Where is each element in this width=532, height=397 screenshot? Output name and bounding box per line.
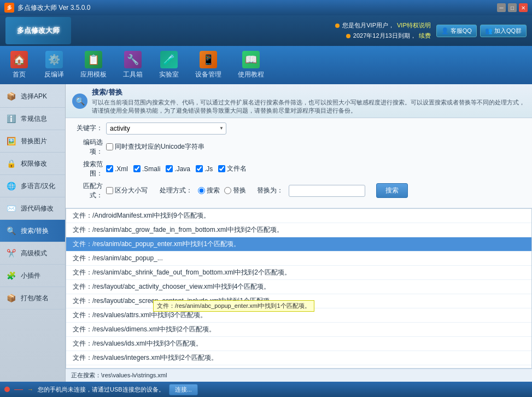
nav-lab[interactable]: 🧪 实验室 — [151, 48, 186, 83]
scope-java-checkbox[interactable] — [166, 165, 173, 172]
scope-js-checkbox[interactable] — [196, 165, 203, 172]
qq-group-button[interactable]: 👥 加入QQ群 — [480, 25, 527, 37]
process-replace-radio[interactable] — [224, 187, 231, 194]
result-item[interactable]: 文件：/res/values/dimens.xml中找到2个匹配项。 — [66, 323, 531, 337]
scope-filename[interactable]: 文件名 — [218, 164, 247, 173]
scope-xml-checkbox[interactable] — [106, 165, 113, 172]
sidebar-item-source[interactable]: ✉️ 源代码修改 — [0, 197, 65, 220]
qq-service-button[interactable]: 👤 客服QQ — [436, 25, 477, 37]
source-icon: ✉️ — [4, 202, 17, 215]
maximize-button[interactable]: □ — [508, 3, 517, 12]
apk-icon: 📦 — [4, 90, 17, 103]
replace-input[interactable] — [289, 185, 365, 197]
content-header: 🔍 搜索/替换 可以在当前项目范围内搜索文件、代码，可以通过文件扩展名进行搜索条… — [66, 84, 532, 118]
nav-template-label: 应用模板 — [80, 70, 107, 79]
sidebar-info-label: 常规信息 — [21, 114, 47, 124]
search-form: 关键字： activity 编码选项： 同时查找对应的Unicode字符串 搜索… — [66, 118, 532, 208]
scope-java[interactable]: .Java — [166, 164, 190, 173]
info-bar: 多点修改大师 您是包月VIP用户， VIP特权说明 2027年12月13日到期，… — [0, 15, 532, 46]
tutorial-icon: 📖 — [242, 51, 260, 68]
scope-row: 搜索范围： .Xml .Smali .Java .Js 文件名 — [72, 160, 525, 178]
sidebar-apk-label: 选择APK — [21, 92, 47, 101]
sidebar-item-advanced[interactable]: ✂️ 高级模式 — [0, 242, 65, 265]
search-button[interactable]: 搜索 — [376, 183, 408, 198]
status-message: 您的手机尚未连接，请通过USB连接您的设备。 — [38, 386, 165, 394]
result-item[interactable]: 文件：/res/layout/abc_activity_chooser_view… — [66, 280, 531, 294]
encoding-checkbox[interactable] — [106, 143, 113, 150]
qq-group-icon: 👥 — [485, 27, 493, 34]
home-icon: 🏠 — [10, 51, 28, 68]
keyword-row: 关键字： activity — [72, 122, 525, 135]
process-search-text: 搜索 — [207, 186, 220, 195]
window-controls: ─ □ ✕ — [497, 3, 528, 12]
result-item[interactable]: 文件：/res/anim/abc_grow_fade_in_from_botto… — [66, 223, 531, 237]
results-wrapper: 文件：/AndroidManifest.xml中找到9个匹配项。文件：/res/… — [66, 208, 532, 382]
title-bar: 多 多点修改大师 Ver 3.5.0.0 ─ □ ✕ — [0, 0, 532, 15]
process-radio-group: 搜索 替换 — [198, 186, 246, 195]
scope-js[interactable]: .Js — [196, 164, 213, 173]
result-item[interactable]: 文件：/res/values/integers.xml中找到2个匹配项。 — [66, 351, 531, 365]
nav-template[interactable]: 📋 应用模板 — [73, 48, 114, 83]
case-sensitive-label[interactable]: 区分大小写 — [106, 186, 148, 195]
status-label: 正在搜索：\res\values-lv\strings.xml — [71, 372, 167, 378]
vip-text: 您是包月VIP用户， — [342, 21, 394, 30]
sidebar-item-permission[interactable]: 🔒 权限修改 — [0, 153, 65, 175]
scope-xml[interactable]: .Xml — [106, 164, 128, 173]
title-bar-left: 多 多点修改大师 Ver 3.5.0.0 — [4, 3, 90, 13]
sidebar-item-apk[interactable]: 📦 选择APK — [0, 85, 65, 108]
result-item[interactable]: 文件：/res/anim/abc_shrink_fade_out_from_bo… — [66, 266, 531, 280]
sidebar-permission-label: 权限修改 — [21, 159, 47, 168]
result-item[interactable]: 文件：/res/anim/abc_popup_... — [66, 252, 531, 266]
case-sensitive-checkbox[interactable] — [106, 187, 113, 194]
nav-decompile-label: 反编译 — [44, 70, 64, 79]
minimize-button[interactable]: ─ — [497, 3, 506, 12]
result-item[interactable]: 文件：/res/anim/abc_popup_enter.xml中找到1个匹配项… — [66, 237, 531, 252]
sidebar-advanced-label: 高级模式 — [21, 249, 47, 258]
result-item[interactable]: 文件：/res/values/ids.xml中找到3个匹配项。 — [66, 337, 531, 351]
page-description: 可以在当前项目范围内搜索文件、代码，可以通过文件扩展名进行搜索条件筛选，也可以按… — [92, 98, 525, 115]
sidebar-item-search[interactable]: 🔍 搜索/替换 — [0, 220, 65, 242]
qq-service-icon: 👤 — [441, 27, 449, 34]
connect-button[interactable]: 连接... — [169, 384, 198, 395]
nav-home[interactable]: 🏠 首页 — [3, 48, 36, 83]
nav-tutorial[interactable]: 📖 使用教程 — [230, 48, 272, 83]
nav-home-label: 首页 — [13, 70, 26, 79]
case-sensitive-text: 区分大小写 — [115, 186, 148, 195]
sidebar-plugin-label: 小插件 — [21, 271, 40, 281]
nav-tutorial-label: 使用教程 — [238, 70, 264, 79]
encoding-checkbox-label[interactable]: 同时查找对应的Unicode字符串 — [106, 142, 204, 151]
close-button[interactable]: ✕ — [519, 3, 528, 12]
nav-tools-label: 工具箱 — [123, 70, 143, 79]
renew-link[interactable]: 续费 — [419, 32, 431, 40]
status-bar: — → 您的手机尚未连接，请通过USB连接您的设备。 连接... — [0, 382, 532, 397]
nav-tools[interactable]: 🔧 工具箱 — [115, 48, 150, 83]
vip-link[interactable]: VIP特权说明 — [397, 21, 431, 30]
process-search-label[interactable]: 搜索 — [198, 186, 220, 195]
nav-device[interactable]: 📱 设备管理 — [188, 48, 229, 83]
results-list[interactable]: 文件：/AndroidManifest.xml中找到9个匹配项。文件：/res/… — [66, 208, 532, 369]
process-search-radio[interactable] — [198, 187, 205, 194]
nav-bar: 🏠 首页 ⚙️ 反编译 📋 应用模板 🔧 工具箱 🧪 实验室 📱 设备管理 📖 … — [0, 46, 532, 84]
sidebar-item-sign[interactable]: 📦 打包/签名 — [0, 287, 65, 310]
result-item[interactable]: 文件：/AndroidManifest.xml中找到9个匹配项。 — [66, 209, 531, 223]
bullet-icon — [335, 24, 340, 28]
process-replace-label[interactable]: 替换 — [224, 186, 246, 195]
process-label: 处理方式： — [160, 186, 192, 195]
sidebar-item-plugin[interactable]: 🧩 小插件 — [0, 265, 65, 287]
vip-info: 您是包月VIP用户， VIP特权说明 — [335, 21, 430, 30]
nav-decompile[interactable]: ⚙️ 反编译 — [37, 48, 72, 83]
encoding-checkbox-text: 同时查找对应的Unicode字符串 — [115, 142, 204, 151]
sidebar-item-locale[interactable]: 🌐 多语言/汉化 — [0, 175, 65, 197]
sidebar-item-info[interactable]: ℹ️ 常规信息 — [0, 108, 65, 130]
scope-smali-checkbox[interactable] — [133, 165, 141, 172]
replace-label: 替换为： — [257, 186, 283, 195]
tools-icon: 🔧 — [124, 51, 142, 68]
scope-filename-checkbox[interactable] — [218, 165, 225, 172]
keyword-select[interactable]: activity — [106, 122, 226, 135]
sidebar-item-image[interactable]: 🖼️ 替换图片 — [0, 130, 65, 153]
search-icon: 🔍 — [4, 224, 17, 237]
scope-smali[interactable]: .Smali — [133, 164, 160, 173]
encoding-label: 编码选项： — [72, 138, 103, 156]
brand-logo: 多点修改大师 — [5, 17, 71, 44]
nav-lab-label: 实验室 — [159, 70, 179, 79]
